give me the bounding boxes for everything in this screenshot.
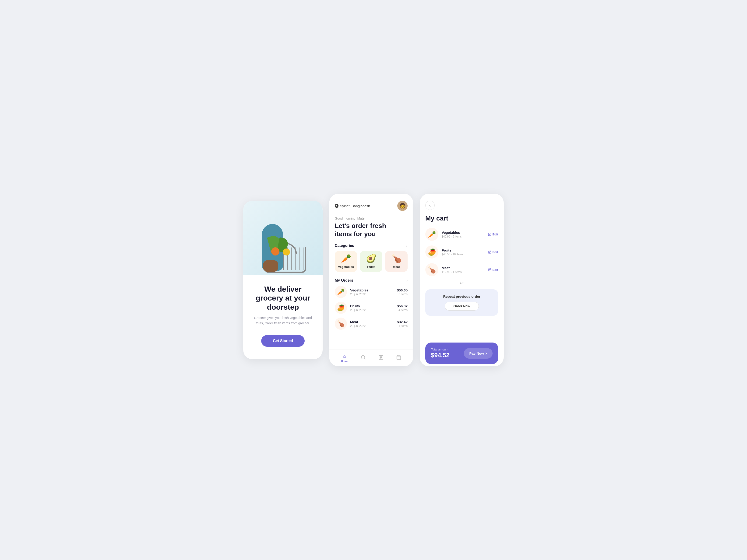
cart-fruits-icon: 🥭 (425, 245, 438, 259)
hero-illustration (243, 201, 323, 275)
orders-label: My Orders (335, 278, 353, 283)
cart-vegetables-info: Vegetables $40.90 · 6 items (442, 231, 485, 238)
order-meat-count: 1 items (397, 324, 408, 328)
home-nav-label: Home (341, 360, 348, 363)
cart-fruits-name: Fruits (442, 248, 485, 252)
order-vegetables-count: 6 items (397, 293, 408, 296)
cart-vegetables-sub: $40.90 · 6 items (442, 235, 485, 238)
pay-now-button[interactable]: Pay Now > (464, 348, 493, 358)
search-nav-icon (361, 355, 366, 361)
home-title: Let's order fresh items for you (329, 222, 413, 238)
orders-nav-icon (379, 355, 384, 361)
categories-row: 🥕 Vegetables 🥑 Fruits 🍗 Meat (329, 251, 413, 272)
home-nav-icon: ⌂ (343, 353, 346, 359)
order-fruits-icon: 🥭 (335, 302, 347, 314)
onboarding-text: We deliver grocery at your doorstep Groc… (243, 275, 323, 347)
repeat-order-card: Repeat previous order Order Now (425, 289, 498, 316)
location-row[interactable]: Sylhet, Bangladesh (335, 204, 370, 208)
category-meat[interactable]: 🍗 Meat (385, 251, 408, 272)
cart-title: My cart (420, 215, 504, 222)
order-vegetables-icon: 🥕 (335, 286, 347, 298)
or-divider: Or (420, 281, 504, 285)
category-vegetables[interactable]: 🥕 Vegetables (335, 251, 357, 272)
orders-list: 🥕 Vegetables 20 jun, 2022 $50.65 6 items… (329, 286, 413, 345)
nav-orders[interactable] (379, 355, 384, 361)
order-item-fruits[interactable]: 🥭 Fruits 20 jun, 2022 $56.32 4 items (335, 302, 408, 314)
order-vegetables-info: Vegetables 20 jun, 2022 (350, 288, 393, 296)
order-fruits-info: Fruits 20 jun, 2022 (350, 304, 393, 312)
orders-arrow-icon[interactable]: › (406, 278, 408, 283)
cart-fruits-sub: $40.56 · 10 items (442, 253, 485, 256)
order-meat-price: $32.42 (397, 320, 408, 324)
veggie-3 (271, 247, 279, 256)
order-meat-info: Meat 20 jun, 2022 (350, 320, 393, 328)
order-item-vegetables[interactable]: 🥕 Vegetables 20 jun, 2022 $50.65 6 items (335, 286, 408, 298)
edit-vegetables-button[interactable]: Edit (488, 233, 498, 236)
home-header: Sylhet, Bangladesh 🧑 (329, 201, 413, 216)
order-vegetables-price-row: $50.65 6 items (397, 288, 408, 296)
vegetables-icon: 🥕 (341, 254, 351, 263)
nav-cart[interactable] (396, 355, 401, 361)
order-meat-date: 20 jun, 2022 (350, 324, 393, 328)
category-vegetables-label: Vegetables (338, 265, 354, 269)
category-fruits[interactable]: 🥑 Fruits (360, 251, 382, 272)
cart-item-vegetables: 🥕 Vegetables $40.90 · 6 items Edit (425, 228, 498, 241)
greeting-text: Good morning, Mate (329, 216, 413, 220)
order-fruits-price-row: $56.32 4 items (397, 304, 408, 312)
location-text: Sylhet, Bangladesh (340, 204, 370, 208)
pay-section: Total amount $94.52 Pay Now > (425, 343, 498, 364)
cart-vegetables-name: Vegetables (442, 231, 485, 235)
categories-header: Categories › (329, 244, 413, 248)
order-item-meat[interactable]: 🍗 Meat 20 jun, 2022 $32.42 1 items (335, 318, 408, 330)
onboarding-subtitle: Groceer gives you fresh vegetables and f… (250, 315, 316, 326)
order-fruits-date: 20 jun, 2022 (350, 309, 393, 312)
repeat-order-label: Repeat previous order (443, 294, 480, 298)
cart-vegetables-icon: 🥕 (425, 228, 438, 241)
categories-label: Categories (335, 244, 354, 248)
cart-fruits-info: Fruits $40.56 · 10 items (442, 248, 485, 256)
order-vegetables-price: $50.65 (397, 288, 408, 292)
screens-container: We deliver grocery at your doorstep Groc… (243, 194, 504, 366)
total-label: Total amount (431, 348, 449, 351)
get-started-button[interactable]: Get Started (261, 335, 305, 347)
bottom-nav: ⌂ Home (329, 349, 413, 366)
order-meat-price-row: $32.42 1 items (397, 320, 408, 328)
category-fruits-label: Fruits (367, 265, 376, 269)
cart-item-fruits: 🥭 Fruits $40.56 · 10 items Edit (425, 245, 498, 259)
location-pin-icon (334, 203, 339, 209)
orders-header: My Orders › (329, 278, 413, 283)
svg-line-1 (364, 358, 365, 359)
total-info: Total amount $94.52 (431, 348, 449, 359)
edit-meat-button[interactable]: Edit (488, 268, 498, 272)
order-fruits-count: 4 items (397, 309, 408, 312)
order-fruits-name: Fruits (350, 304, 393, 308)
order-vegetables-date: 20 jun, 2022 (350, 293, 393, 296)
fruits-icon: 🥑 (366, 254, 377, 263)
back-button[interactable]: ‹ (425, 201, 435, 210)
total-amount: $94.52 (431, 352, 449, 359)
avatar[interactable]: 🧑 (397, 201, 408, 211)
order-vegetables-name: Vegetables (350, 288, 393, 292)
meat-icon: 🍗 (391, 254, 402, 263)
order-now-button[interactable]: Order Now (445, 302, 479, 311)
nav-search[interactable] (361, 355, 366, 361)
edit-fruits-button[interactable]: Edit (488, 250, 498, 254)
cart-item-meat: 🍗 Meat $12.90 · 1 items Edit (425, 263, 498, 276)
screen-onboarding: We deliver grocery at your doorstep Groc… (243, 201, 323, 359)
screen-home: Sylhet, Bangladesh 🧑 Good morning, Mate … (329, 194, 413, 366)
nav-home[interactable]: ⌂ Home (341, 353, 348, 363)
screen-cart: ‹ My cart 🥕 Vegetables $40.90 · 6 items … (420, 194, 504, 366)
cart-items-list: 🥕 Vegetables $40.90 · 6 items Edit 🥭 (420, 228, 504, 276)
order-meat-name: Meat (350, 320, 393, 324)
onboarding-title: We deliver grocery at your doorstep (250, 285, 316, 312)
or-text: Or (460, 281, 464, 285)
veggie-4 (283, 248, 290, 256)
category-meat-label: Meat (393, 265, 400, 269)
categories-arrow-icon[interactable]: › (406, 244, 408, 248)
cart-meat-name: Meat (442, 266, 485, 270)
order-fruits-price: $56.32 (397, 304, 408, 308)
cart-meat-info: Meat $12.90 · 1 items (442, 266, 485, 274)
order-meat-icon: 🍗 (335, 318, 347, 330)
cart-meat-icon: 🍗 (425, 263, 438, 276)
cart-nav-icon (396, 355, 401, 361)
